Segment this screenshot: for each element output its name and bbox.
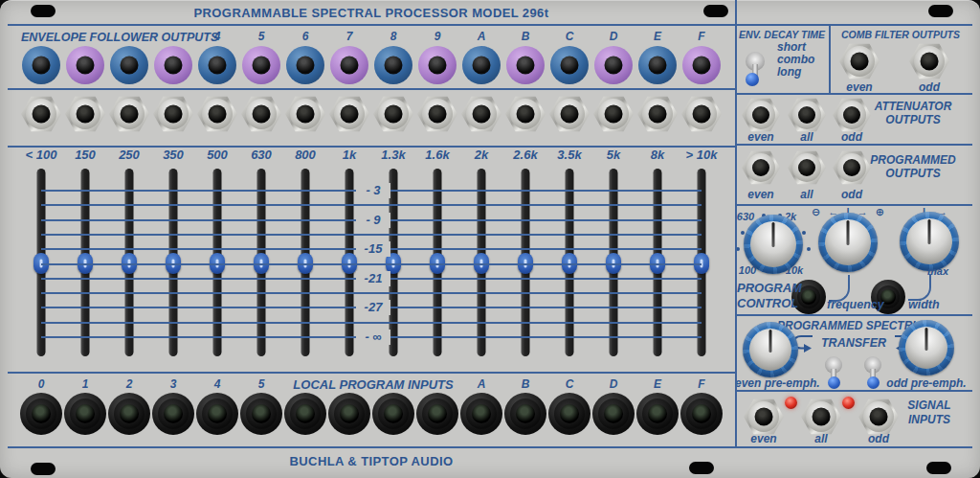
knob-pointer-icon <box>772 222 775 247</box>
local-program-input-jack-3[interactable] <box>152 393 194 435</box>
envelope-follower-channel-label: B <box>522 29 530 44</box>
local-program-input-jack-8[interactable] <box>372 393 414 435</box>
envelope-follower-output-jack-F[interactable] <box>682 46 721 84</box>
local-program-input-jack-1[interactable] <box>64 393 106 435</box>
signal-inputs-title-line2: INPUTS <box>894 413 965 427</box>
local-program-input-jack-0[interactable] <box>20 393 62 435</box>
comb-filter-output-jack-even[interactable] <box>839 41 880 81</box>
local-program-input-jack-A[interactable] <box>460 393 502 435</box>
envelope-follower-output-jack-2[interactable] <box>110 46 148 84</box>
panel-divider-line <box>735 93 972 95</box>
band-output-jack-F[interactable] <box>681 94 722 134</box>
envelope-follower-output-jack-4[interactable] <box>198 46 236 84</box>
local-program-input-jack-F[interactable] <box>680 393 723 435</box>
local-program-inputs-row: 012345ABCDEF <box>19 376 724 435</box>
local-program-input-jack-D[interactable] <box>592 393 635 435</box>
freq-knob-dot-icon <box>802 231 806 235</box>
panel-divider-line <box>8 446 972 448</box>
jack-column: B <box>503 29 547 84</box>
signal-input-jack-all[interactable] <box>801 397 841 437</box>
transfer-switch-odd[interactable] <box>863 356 884 393</box>
jack-column: D <box>591 376 635 435</box>
programmed-outputs-section: evenallodd PROGRAMMED OUTPUTS <box>735 144 972 204</box>
local-program-input-jack-6[interactable] <box>284 393 326 435</box>
jack-column: 5 <box>239 29 283 84</box>
band-output-jack-C[interactable] <box>549 94 590 134</box>
band-output-jack-2[interactable] <box>109 94 149 134</box>
band-output-jack-6[interactable] <box>285 94 325 134</box>
signal-input-jack-odd[interactable] <box>858 397 899 437</box>
envelope-follower-output-jack-1[interactable] <box>66 46 104 84</box>
local-program-input-jack-7[interactable] <box>328 393 370 435</box>
env-decay-switch[interactable] <box>745 52 766 88</box>
env-decay-options: shortcombolong <box>777 41 814 79</box>
local-program-input-channel-label: 0 <box>38 376 45 393</box>
envelope-follower-output-jack-A[interactable] <box>462 46 501 84</box>
envelope-follower-output-jack-C[interactable] <box>550 46 589 84</box>
local-program-input-jack-C[interactable] <box>548 393 590 435</box>
envelope-follower-output-jack-5[interactable] <box>242 46 280 84</box>
band-output-jack-1[interactable] <box>65 94 105 134</box>
band-output-jack-E[interactable] <box>637 94 678 134</box>
envelope-follower-channel-label: 6 <box>302 29 309 44</box>
attenuator-output-jack-all[interactable] <box>788 96 826 134</box>
band-output-jack-7[interactable] <box>329 94 369 134</box>
panel-divider-line <box>8 372 735 374</box>
signal-led-odd-icon <box>842 397 855 409</box>
band-output-jack-B[interactable] <box>505 94 546 134</box>
band-output-jack-4[interactable] <box>197 94 237 134</box>
local-program-input-channel-label: C <box>566 376 574 393</box>
attenuator-output-jack-odd[interactable] <box>833 96 871 134</box>
even-pre-emphasis-knob[interactable] <box>743 322 798 377</box>
jack-column <box>635 94 679 134</box>
envelope-follower-output-jack-9[interactable] <box>418 46 457 84</box>
transfer-switch-even[interactable] <box>824 356 845 393</box>
local-program-input-jack-2[interactable] <box>108 393 150 435</box>
screw-slot-icon <box>31 5 56 17</box>
band-output-jack-9[interactable] <box>417 94 457 134</box>
width-jack-label: width <box>908 298 940 311</box>
local-program-input-jack-B[interactable] <box>504 393 546 435</box>
envelope-follower-output-jack-3[interactable] <box>154 46 192 84</box>
jack-column <box>679 94 724 134</box>
frequency-knob[interactable] <box>744 215 803 274</box>
envelope-follower-output-jack-0[interactable] <box>22 46 60 84</box>
band-output-jack-A[interactable] <box>461 94 501 134</box>
programmed-output-jack-odd[interactable] <box>833 148 871 187</box>
local-program-input-jack-E[interactable] <box>636 393 679 435</box>
comb-filter-output-jack-odd[interactable] <box>909 41 949 81</box>
envelope-follower-output-jack-E[interactable] <box>638 46 677 84</box>
jack-column <box>327 376 371 435</box>
envelope-follower-channel-label: A <box>478 29 486 44</box>
band-output-jack-3[interactable] <box>153 94 193 134</box>
band-slider-column <box>547 165 591 370</box>
band-output-jack-0[interactable] <box>21 94 61 134</box>
local-program-input-jack-4[interactable] <box>196 393 238 435</box>
signal-input-jack-even[interactable] <box>744 397 784 437</box>
envelope-follower-output-jack-7[interactable] <box>330 46 368 84</box>
local-program-input-jack-9[interactable] <box>416 393 458 435</box>
width-knob[interactable] <box>900 212 959 271</box>
envelope-follower-output-jack-D[interactable] <box>594 46 633 84</box>
programmed-output-jack-even[interactable] <box>742 148 780 187</box>
signal-inputs-title-line1: SIGNAL <box>894 398 965 413</box>
band-output-jack-D[interactable] <box>593 94 634 134</box>
db-scale-label: - 3 <box>356 183 390 198</box>
signal-input-jack-label-even: even <box>744 432 784 445</box>
program-control-title-line1: PROGRAM <box>737 281 796 296</box>
band-frequency-label-11: 2.6k <box>503 148 547 162</box>
local-program-input-jack-5[interactable] <box>240 393 282 435</box>
attenuator-output-jack-even[interactable] <box>742 96 780 134</box>
envelope-follower-output-jack-6[interactable] <box>286 46 324 84</box>
band-slider-column <box>151 165 195 370</box>
band-output-jack-8[interactable] <box>373 94 413 134</box>
band-output-jack-5[interactable] <box>241 94 281 134</box>
frequency-cv-knob[interactable] <box>818 213 878 272</box>
envelope-follower-output-jack-8[interactable] <box>374 46 412 84</box>
odd-pre-emphasis-knob[interactable] <box>899 320 954 376</box>
signal-led-even-icon <box>785 397 797 409</box>
width-cv-connector-line <box>908 274 931 301</box>
envelope-follower-output-jack-B[interactable] <box>506 46 545 84</box>
programmed-output-jack-all[interactable] <box>788 148 826 187</box>
band-jack-row <box>19 94 724 134</box>
